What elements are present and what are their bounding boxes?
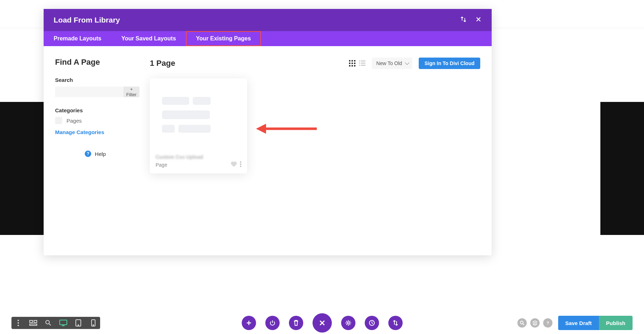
svg-rect-10 — [361, 60, 365, 62]
svg-rect-3 — [349, 63, 350, 64]
svg-point-17 — [240, 166, 241, 167]
layers-icon[interactable] — [530, 318, 540, 328]
help-label: Help — [95, 151, 106, 157]
grid-view-icon[interactable] — [349, 60, 355, 67]
svg-rect-12 — [361, 63, 365, 64]
svg-point-16 — [240, 163, 241, 165]
category-row-pages: Pages — [55, 117, 136, 124]
find-page-title: Find A Page — [55, 58, 136, 67]
portability-icon[interactable] — [460, 16, 467, 24]
help-small-icon[interactable]: ? — [543, 318, 552, 328]
phone-view-icon[interactable] — [89, 319, 97, 327]
help-row[interactable]: ? Help — [55, 151, 136, 157]
svg-point-21 — [18, 322, 19, 324]
card-kebab-icon[interactable] — [240, 161, 241, 168]
close-builder-button[interactable] — [313, 313, 332, 333]
search-small-icon[interactable] — [517, 318, 527, 328]
svg-rect-23 — [30, 320, 33, 323]
library-modal: Load From Library Premade Layouts Your S… — [44, 9, 492, 255]
favorite-icon[interactable] — [231, 161, 237, 168]
search-input[interactable] — [55, 87, 123, 97]
svg-point-31 — [93, 325, 94, 325]
tab-premade-layouts[interactable]: Premade Layouts — [44, 31, 111, 46]
zoom-icon[interactable] — [44, 319, 52, 327]
card-subtitle: Page — [156, 162, 167, 168]
help-icon: ? — [85, 151, 91, 157]
clear-layout-button[interactable] — [289, 316, 303, 330]
right-toolbar: ? Save Draft Publish — [517, 316, 633, 330]
page-card[interactable]: Custom Css Upload Page — [150, 78, 247, 173]
center-toolbar — [242, 313, 403, 333]
svg-rect-25 — [30, 324, 37, 325]
manage-categories-link[interactable]: Manage Categories — [55, 129, 104, 135]
categories-label: Categories — [55, 107, 136, 113]
builder-bottom-bar: ? Save Draft Publish — [0, 312, 644, 334]
library-sidebar: Find A Page Search + Filter Categories P… — [55, 58, 136, 173]
svg-rect-2 — [354, 60, 355, 62]
svg-rect-14 — [361, 65, 365, 66]
category-label-pages: Pages — [67, 118, 82, 124]
modal-header: Load From Library — [44, 9, 492, 31]
view-toggle — [349, 60, 365, 67]
svg-rect-9 — [359, 60, 360, 62]
svg-point-20 — [18, 320, 19, 321]
svg-point-15 — [240, 161, 241, 163]
svg-rect-11 — [359, 63, 360, 64]
add-section-button[interactable] — [242, 316, 256, 330]
svg-text:?: ? — [546, 321, 549, 325]
card-footer: Custom Css Upload Page — [150, 151, 247, 173]
svg-point-26 — [46, 320, 49, 324]
toolbar-kebab-icon[interactable] — [14, 319, 22, 327]
history-button[interactable] — [365, 316, 379, 330]
publish-button[interactable]: Publish — [599, 316, 633, 330]
category-checkbox-pages[interactable] — [55, 117, 62, 124]
tablet-view-icon[interactable] — [74, 319, 82, 327]
svg-point-34 — [520, 321, 523, 324]
save-draft-button[interactable]: Save Draft — [558, 316, 599, 330]
save-button-group: Save Draft Publish — [558, 316, 633, 330]
svg-point-22 — [18, 325, 19, 326]
search-row: + Filter — [55, 87, 136, 97]
modal-body: Find A Page Search + Filter Categories P… — [44, 46, 492, 185]
responsive-toolbar — [11, 317, 100, 329]
page-settings-button[interactable] — [341, 316, 355, 330]
svg-rect-27 — [60, 320, 67, 325]
svg-rect-13 — [359, 65, 360, 66]
svg-rect-5 — [354, 63, 355, 64]
library-content: 1 Page New To Old — [150, 58, 480, 173]
sort-select[interactable]: New To Old — [372, 58, 412, 69]
signin-divi-cloud-button[interactable]: Sign In To Divi Cloud — [419, 58, 480, 69]
backdrop-left — [0, 102, 44, 235]
svg-rect-8 — [354, 65, 355, 67]
content-header: 1 Page New To Old — [150, 58, 480, 69]
list-view-icon[interactable] — [359, 60, 365, 67]
modal-title: Load From Library — [54, 16, 120, 24]
svg-rect-6 — [349, 65, 350, 67]
modal-tabs: Premade Layouts Your Saved Layouts Your … — [44, 31, 492, 46]
portability-button[interactable] — [388, 316, 403, 330]
power-load-button[interactable] — [265, 316, 280, 330]
svg-point-32 — [347, 322, 349, 324]
svg-rect-4 — [352, 63, 353, 64]
svg-rect-24 — [34, 320, 37, 323]
svg-rect-0 — [349, 60, 350, 62]
card-title: Custom Css Upload — [156, 154, 241, 160]
desktop-view-icon[interactable] — [59, 319, 67, 327]
svg-rect-7 — [352, 65, 353, 67]
content-controls: New To Old Sign In To Divi Cloud — [349, 58, 480, 69]
search-label: Search — [55, 77, 136, 83]
filter-button[interactable]: + Filter — [123, 87, 139, 97]
sort-wrap: New To Old — [372, 58, 412, 69]
svg-rect-1 — [352, 60, 353, 62]
page-count-title: 1 Page — [150, 59, 175, 68]
card-preview — [150, 78, 247, 151]
backdrop-right — [600, 102, 644, 235]
close-icon[interactable] — [475, 16, 482, 24]
wireframe-view-icon[interactable] — [29, 319, 37, 327]
svg-point-29 — [78, 325, 79, 325]
tab-your-saved-layouts[interactable]: Your Saved Layouts — [111, 31, 186, 46]
tab-your-existing-pages[interactable]: Your Existing Pages — [186, 31, 261, 46]
modal-header-actions — [460, 16, 482, 24]
